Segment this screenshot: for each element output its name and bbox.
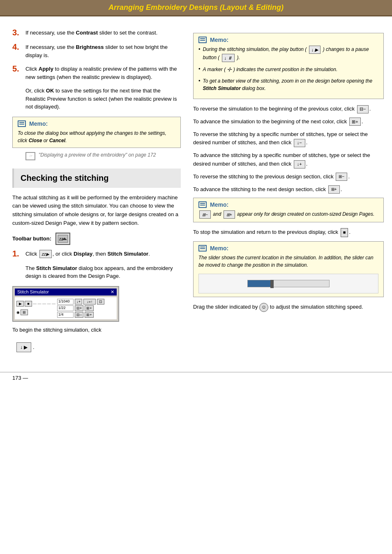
step-5-text: Click Apply to display a realistic previ… bbox=[25, 65, 181, 81]
stitch-sim-btn[interactable]: zz▶ bbox=[39, 250, 52, 258]
bullet-2: • A marker ( ✛ ) indicates the current p… bbox=[198, 65, 378, 74]
slider-container bbox=[198, 274, 378, 293]
sim-page-input[interactable]: 1/4 bbox=[57, 312, 74, 318]
step-1-text: Click zz▶, or click Display, then Stitch… bbox=[25, 250, 181, 259]
right-memo-text-3: The slider shows the current location in… bbox=[198, 254, 378, 269]
slider-fill bbox=[248, 280, 272, 287]
memo-box-1: Memo: To close the dialog box without ap… bbox=[12, 117, 181, 148]
sim-corner[interactable]: ⊡ bbox=[97, 299, 104, 305]
right-para-5: To reverse the stitching to the previous… bbox=[193, 173, 384, 181]
step-5-number: 5. bbox=[12, 64, 25, 74]
play-button[interactable]: ↓ ▶ bbox=[16, 342, 31, 352]
toolbar-label: Toolbar button: zz bbox=[12, 233, 181, 245]
bullet-1: • During the stitching simulation, the p… bbox=[198, 46, 378, 62]
right-para-3: To reverse the stitching by a specific n… bbox=[193, 130, 384, 148]
smiley-icon[interactable]: ☺ bbox=[259, 303, 268, 312]
page-title: Arranging Embroidery Designs (Layout & E… bbox=[108, 3, 284, 12]
memo-text-1: To close the dialog box without applying… bbox=[18, 129, 175, 144]
section-plus-btn[interactable]: ⊞+ bbox=[328, 185, 340, 194]
step-5: 5. Click Apply to display a realistic pr… bbox=[12, 65, 181, 81]
step-1-subtext: The Stitch Simulator dialog box appears,… bbox=[25, 264, 181, 280]
stitch-plus-btn[interactable]: ↓+ bbox=[294, 160, 305, 169]
next-color-btn[interactable]: ⊞+ bbox=[349, 118, 361, 126]
right-memo-title-3: Memo: bbox=[198, 245, 378, 252]
sim-play-btn[interactable]: ▶ bbox=[16, 301, 24, 307]
toolbar-icon: zz bbox=[55, 233, 70, 245]
play-btn-inline[interactable]: ↓ ▶ bbox=[309, 46, 321, 54]
bullet-1-text: During the stitching simulation, the pla… bbox=[203, 46, 378, 62]
right-para-6: To advance the stitching to the next des… bbox=[193, 185, 384, 194]
page-header: Arranging Embroidery Designs (Layout & E… bbox=[0, 0, 392, 16]
sim-grid-btn[interactable]: ⊞ bbox=[21, 309, 28, 315]
right-para-4: To advance the stitching by a specific n… bbox=[193, 151, 384, 169]
prev-color-btn[interactable]: ⊟− bbox=[357, 105, 369, 113]
sim-stop-btn[interactable]: ■ bbox=[25, 301, 32, 307]
pause-btn-inline[interactable]: ↓ ⏸ bbox=[222, 54, 235, 62]
step-3: 3. If necessary, use the Contrast slider… bbox=[12, 29, 181, 37]
sim-color-plus[interactable]: ⊟+ bbox=[75, 305, 83, 311]
right-column: Memo: • During the stitching simulation,… bbox=[189, 25, 392, 364]
slider-thumb[interactable] bbox=[270, 280, 274, 288]
step-4-number: 4. bbox=[12, 42, 25, 52]
sim-color-next[interactable]: ⊞+ bbox=[85, 305, 93, 311]
step-1-number: 1. bbox=[12, 249, 25, 259]
memo-icon-1 bbox=[18, 120, 26, 127]
step-5-subtext: Or, click OK to save the settings for th… bbox=[25, 87, 181, 111]
page-number: 173 — bbox=[0, 372, 392, 383]
sim-plus-btn[interactable]: ↓+ bbox=[75, 299, 82, 305]
sim-count-input[interactable]: 1/1040 bbox=[57, 299, 74, 305]
memo2-btn2[interactable]: ⊞+ bbox=[224, 210, 235, 219]
ref-link: ☞ "Displaying a preview of the embroider… bbox=[25, 152, 181, 160]
memo2-btn1[interactable]: ⊞− bbox=[199, 210, 211, 219]
bullet-3-text: To get a better view of the stitching, z… bbox=[203, 77, 378, 92]
ref-icon: ☞ bbox=[25, 152, 35, 160]
step-3-text: If necessary, use the Contrast slider to… bbox=[25, 29, 181, 37]
right-memo-box-3: Memo: The slider shows the current locat… bbox=[193, 241, 384, 297]
step-3-number: 3. bbox=[12, 28, 25, 37]
right-para-7: To stop the simulation and return to the… bbox=[193, 228, 384, 237]
right-para-8: Drag the slider indicated by ☺ to adjust… bbox=[193, 303, 384, 312]
memo-title-1: Memo: bbox=[18, 120, 175, 127]
stop-btn[interactable]: ■ bbox=[341, 228, 348, 237]
section-minus-btn[interactable]: ⊞− bbox=[336, 173, 347, 181]
step-4-text: If necessary, use the Brightness slider … bbox=[25, 43, 181, 59]
stitch-simulator-dialog: Stitch Simulator ✕ ▶ ■ — — — — — ◉ ⊞ bbox=[12, 286, 119, 322]
right-para-1: To reverse the simulation to the beginni… bbox=[193, 105, 384, 113]
stitch-minus-btn[interactable]: ↓− bbox=[294, 139, 305, 147]
right-memo-icon-3 bbox=[198, 245, 207, 252]
slider-bar[interactable] bbox=[247, 280, 330, 287]
sim-body: ▶ ■ — — — — — ◉ ⊞ 1/1040 ↓+ ↓=↑ ⊡ bbox=[15, 297, 117, 319]
svg-text:zz: zz bbox=[59, 237, 63, 241]
right-memo-icon-1 bbox=[198, 37, 207, 43]
sim-page-minus[interactable]: ⊟− bbox=[75, 312, 83, 318]
right-memo-box-1: Memo: • During the stitching simulation,… bbox=[193, 33, 384, 99]
bullet-2-text: A marker ( ✛ ) indicates the current pos… bbox=[203, 65, 338, 74]
sim-speed-input[interactable]: ↓=↑ bbox=[83, 299, 96, 305]
sim-close-btn[interactable]: ✕ bbox=[111, 289, 114, 295]
sim-color-input[interactable]: 1/22 bbox=[57, 305, 74, 311]
right-memo-title-2: Memo: bbox=[198, 201, 378, 208]
step-4: 4. If necessary, use the Brightness slid… bbox=[12, 43, 181, 59]
right-memo-title-1: Memo: bbox=[198, 37, 378, 43]
right-memo-text-2: ⊞− and ⊞+ appear only for design created… bbox=[198, 210, 378, 219]
body-text: The actual stitching as it will be perfo… bbox=[12, 194, 181, 228]
sim-title-bar: Stitch Simulator ✕ bbox=[15, 289, 117, 295]
right-memo-icon-2 bbox=[198, 201, 207, 208]
begin-sim-text: To begin the stitching simulation, click bbox=[12, 326, 181, 335]
ref-text: "Displaying a preview of the embroidery"… bbox=[39, 152, 156, 158]
step-1: 1. Click zz▶, or click Display, then Sti… bbox=[12, 250, 181, 259]
play-button-area: ↓ ▶ . bbox=[16, 339, 181, 355]
bullet-3: • To get a better view of the stitching,… bbox=[198, 77, 378, 92]
right-para-2: To advance the simulation to the beginni… bbox=[193, 118, 384, 126]
section-heading: Checking the stitching bbox=[12, 169, 181, 188]
right-memo-box-2: Memo: ⊞− and ⊞+ appear only for design c… bbox=[193, 198, 384, 222]
sim-page-plus[interactable]: ⊞+ bbox=[85, 312, 93, 318]
left-column: 3. If necessary, use the Contrast slider… bbox=[0, 25, 189, 364]
sim-title: Stitch Simulator bbox=[17, 289, 49, 295]
